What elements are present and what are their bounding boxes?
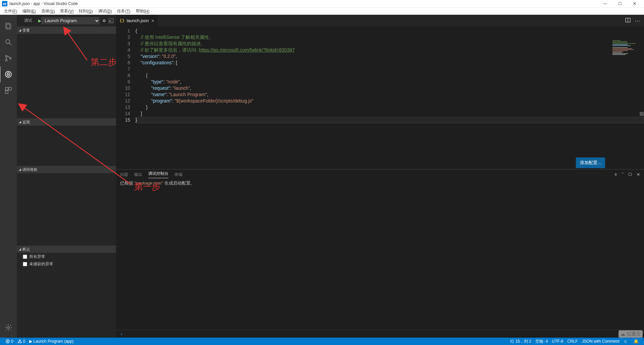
status-language[interactable]: JSON with Comment (580, 339, 622, 344)
menu-item[interactable]: 编辑(E) (20, 8, 39, 15)
debug-toolbar: 调试 ▶ Launch Program ⚙ ▸_ (17, 15, 116, 26)
tab-launch-json[interactable]: {} launch.json × (116, 15, 158, 26)
menu-item[interactable]: 选择(S) (39, 8, 57, 15)
debug-sidebar: 调试 ▶ Launch Program ⚙ ▸_ ◢变量 ◢监视 ◢调用堆栈 ◢… (17, 15, 116, 338)
menu-bar: 文件(F)编辑(E)选择(S)查看(V)转到(G)调试(D)任务(T)帮助(H) (0, 7, 644, 15)
svg-rect-9 (5, 87, 8, 90)
breakpoints-header[interactable]: ◢断点 (17, 246, 116, 253)
panel-maximize-icon[interactable]: ☐ (628, 172, 632, 177)
tab-close-icon[interactable]: × (151, 18, 154, 23)
panel-tabs: 问题输出调试控制台终端 ≡ ˄ ☐ ✕ (116, 169, 644, 180)
breakpoint-checkbox[interactable] (23, 255, 27, 259)
line-gutter: 123456789101112131415 (116, 26, 136, 169)
code-line[interactable]: "version": "0.2.0", (136, 53, 644, 60)
code-line[interactable]: "name": "Launch Program", (136, 91, 644, 98)
menu-item[interactable]: 帮助(H) (133, 8, 152, 15)
json-icon: {} (119, 18, 125, 23)
split-editor-icon[interactable] (625, 17, 631, 24)
minimize-button[interactable]: — (598, 0, 612, 7)
status-encoding[interactable]: UTF-8 (550, 339, 565, 344)
status-launch-config[interactable]: ▶ Launch Program (app) (27, 339, 75, 344)
menu-item[interactable]: 调试(D) (96, 8, 115, 15)
add-configuration-button[interactable]: 添加配置... (576, 157, 605, 168)
code-line[interactable]: } (136, 117, 644, 123)
code-line[interactable]: ] (136, 111, 644, 117)
minimap[interactable] (612, 40, 643, 60)
svg-point-12 (7, 327, 9, 329)
explorer-icon[interactable] (0, 18, 17, 34)
menu-item[interactable]: 转到(G) (76, 8, 95, 15)
breakpoint-item[interactable]: 未捕获的异常 (17, 260, 116, 268)
panel-tab[interactable]: 输出 (134, 172, 142, 178)
status-spaces[interactable]: 空格: 4 (533, 339, 550, 344)
code-line[interactable]: // 悬停以查看现有属性的描述。 (136, 41, 644, 47)
status-ln-col[interactable]: 行 15，列 2 (508, 339, 533, 344)
variables-header[interactable]: ◢变量 (17, 26, 116, 34)
panel-filter-icon[interactable]: ≡ (614, 172, 617, 177)
status-warnings[interactable]: 0 (15, 339, 28, 344)
code-line[interactable]: "request": "launch", (136, 85, 644, 91)
maximize-button[interactable]: ☐ (612, 0, 627, 7)
panel-tab[interactable]: 终端 (174, 172, 182, 178)
svg-rect-10 (9, 87, 11, 90)
menu-item[interactable]: 文件(F) (1, 8, 20, 15)
panel-tab[interactable]: 问题 (120, 172, 128, 178)
panel-tab[interactable]: 调试控制台 (148, 171, 168, 178)
watermark: ☁ 亿速云 (619, 330, 643, 338)
code-line[interactable]: // 使用 IntelliSense 了解相关属性。 (136, 34, 644, 41)
code-line[interactable]: { (136, 72, 644, 79)
search-icon[interactable] (0, 34, 17, 50)
debug-settings-icon[interactable]: ⚙ (102, 18, 106, 23)
svg-point-2 (6, 40, 10, 44)
debug-console-icon[interactable]: ▸_ (109, 18, 113, 23)
debug-icon[interactable] (0, 66, 16, 82)
status-eol[interactable]: CRLF (565, 339, 580, 344)
close-button[interactable]: ✕ (627, 0, 642, 7)
code-line[interactable]: "configurations": [ (136, 60, 644, 66)
settings-icon[interactable] (0, 320, 17, 336)
status-errors[interactable]: 0 (3, 339, 15, 344)
svg-point-4 (6, 56, 7, 57)
menu-item[interactable]: 任务(T) (114, 8, 133, 15)
svg-point-5 (6, 60, 7, 61)
callstack-header[interactable]: ◢调用堆栈 (17, 166, 116, 173)
svg-line-3 (9, 43, 11, 45)
title-bar: ⋈ launch.json - app - Visual Studio Code… (0, 0, 644, 7)
panel-collapse-icon[interactable]: ˄ (622, 172, 624, 177)
tab-bar: {} launch.json × ⋯ (116, 15, 644, 26)
breakpoint-item[interactable]: 所有异常 (17, 253, 116, 260)
status-notifications-icon[interactable]: 🔔 (632, 339, 641, 344)
code-line[interactable]: { (136, 28, 644, 34)
code-editor[interactable]: 123456789101112131415 { // 使用 IntelliSen… (116, 26, 644, 169)
debug-config-select[interactable]: Launch Program (41, 17, 100, 24)
status-bar: 0 0 ▶ Launch Program (app) 行 15，列 2 空格: … (0, 338, 644, 345)
scrollbar[interactable] (639, 38, 644, 181)
activity-bar (0, 15, 17, 338)
breakpoint-checkbox[interactable] (23, 262, 27, 266)
window-title: launch.json - app - Visual Studio Code (9, 1, 78, 6)
code-line[interactable]: } (136, 104, 644, 111)
watch-header[interactable]: ◢监视 (17, 118, 116, 126)
source-control-icon[interactable] (0, 50, 17, 66)
start-debug-button[interactable]: ▶ (38, 18, 41, 23)
code-line[interactable]: "program": "${workspaceFolder}/scripts/d… (136, 98, 644, 104)
extensions-icon[interactable] (0, 82, 17, 98)
debug-console-output: 已根据 "package.json" 生成启动配置。 (116, 180, 644, 187)
tab-label: launch.json (127, 18, 149, 23)
vscode-icon: ⋈ (2, 1, 7, 6)
menu-item[interactable]: 查看(V) (57, 8, 76, 15)
svg-rect-11 (5, 91, 8, 93)
more-actions-icon[interactable]: ⋯ (635, 19, 641, 22)
code-line[interactable] (136, 66, 644, 72)
status-feedback-icon[interactable]: ☺ (622, 339, 630, 344)
debug-console-input[interactable]: › (116, 330, 644, 338)
editor-area: {} launch.json × ⋯ 123456789101112131415… (116, 15, 644, 338)
code-line[interactable]: "type": "node", (136, 79, 644, 85)
debug-title: 调试 (19, 18, 37, 23)
bottom-panel: 问题输出调试控制台终端 ≡ ˄ ☐ ✕ 已根据 "package.json" 生… (116, 169, 644, 338)
code-line[interactable]: // 欲了解更多信息，请访问: https://go.microsoft.com… (136, 47, 644, 53)
